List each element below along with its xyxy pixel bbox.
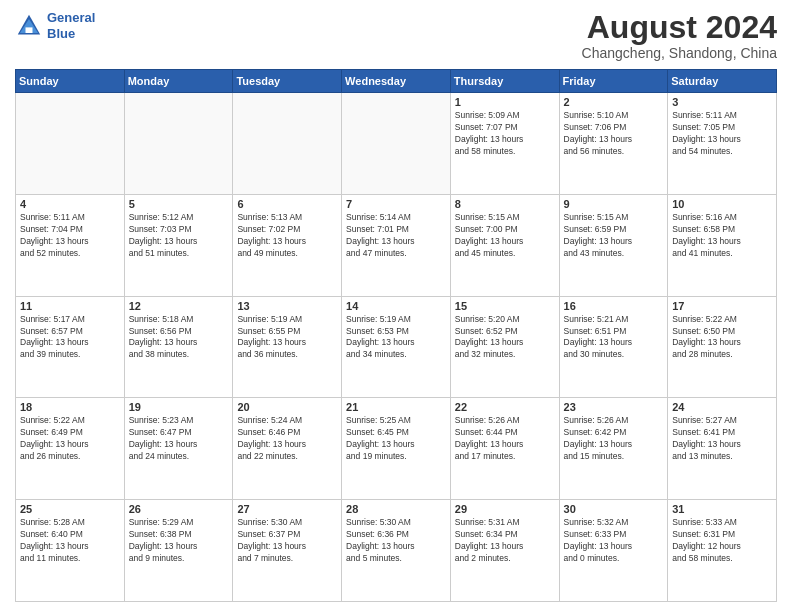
day-number: 20 — [237, 401, 337, 413]
week-row-0: 1Sunrise: 5:09 AM Sunset: 7:07 PM Daylig… — [16, 93, 777, 195]
day-detail: Sunrise: 5:32 AM Sunset: 6:33 PM Dayligh… — [564, 517, 664, 565]
day-cell: 5Sunrise: 5:12 AM Sunset: 7:03 PM Daylig… — [124, 194, 233, 296]
day-number: 6 — [237, 198, 337, 210]
day-cell: 22Sunrise: 5:26 AM Sunset: 6:44 PM Dayli… — [450, 398, 559, 500]
logo-line1: General — [47, 10, 95, 25]
day-cell: 27Sunrise: 5:30 AM Sunset: 6:37 PM Dayli… — [233, 500, 342, 602]
day-cell: 29Sunrise: 5:31 AM Sunset: 6:34 PM Dayli… — [450, 500, 559, 602]
day-detail: Sunrise: 5:27 AM Sunset: 6:41 PM Dayligh… — [672, 415, 772, 463]
day-detail: Sunrise: 5:28 AM Sunset: 6:40 PM Dayligh… — [20, 517, 120, 565]
header: General Blue August 2024 Changcheng, Sha… — [15, 10, 777, 61]
day-cell — [124, 93, 233, 195]
day-cell: 12Sunrise: 5:18 AM Sunset: 6:56 PM Dayli… — [124, 296, 233, 398]
day-detail: Sunrise: 5:30 AM Sunset: 6:37 PM Dayligh… — [237, 517, 337, 565]
weekday-saturday: Saturday — [668, 70, 777, 93]
weekday-wednesday: Wednesday — [342, 70, 451, 93]
day-detail: Sunrise: 5:21 AM Sunset: 6:51 PM Dayligh… — [564, 314, 664, 362]
day-cell — [233, 93, 342, 195]
day-cell: 8Sunrise: 5:15 AM Sunset: 7:00 PM Daylig… — [450, 194, 559, 296]
day-cell: 4Sunrise: 5:11 AM Sunset: 7:04 PM Daylig… — [16, 194, 125, 296]
day-detail: Sunrise: 5:12 AM Sunset: 7:03 PM Dayligh… — [129, 212, 229, 260]
day-detail: Sunrise: 5:10 AM Sunset: 7:06 PM Dayligh… — [564, 110, 664, 158]
day-number: 24 — [672, 401, 772, 413]
day-detail: Sunrise: 5:20 AM Sunset: 6:52 PM Dayligh… — [455, 314, 555, 362]
subtitle: Changcheng, Shandong, China — [582, 45, 777, 61]
day-cell: 21Sunrise: 5:25 AM Sunset: 6:45 PM Dayli… — [342, 398, 451, 500]
day-detail: Sunrise: 5:15 AM Sunset: 7:00 PM Dayligh… — [455, 212, 555, 260]
day-number: 4 — [20, 198, 120, 210]
day-cell: 13Sunrise: 5:19 AM Sunset: 6:55 PM Dayli… — [233, 296, 342, 398]
calendar-header: SundayMondayTuesdayWednesdayThursdayFrid… — [16, 70, 777, 93]
day-number: 17 — [672, 300, 772, 312]
day-cell: 19Sunrise: 5:23 AM Sunset: 6:47 PM Dayli… — [124, 398, 233, 500]
day-cell: 1Sunrise: 5:09 AM Sunset: 7:07 PM Daylig… — [450, 93, 559, 195]
day-cell: 23Sunrise: 5:26 AM Sunset: 6:42 PM Dayli… — [559, 398, 668, 500]
day-detail: Sunrise: 5:17 AM Sunset: 6:57 PM Dayligh… — [20, 314, 120, 362]
day-number: 13 — [237, 300, 337, 312]
day-detail: Sunrise: 5:30 AM Sunset: 6:36 PM Dayligh… — [346, 517, 446, 565]
day-cell: 14Sunrise: 5:19 AM Sunset: 6:53 PM Dayli… — [342, 296, 451, 398]
day-number: 25 — [20, 503, 120, 515]
day-number: 27 — [237, 503, 337, 515]
day-number: 23 — [564, 401, 664, 413]
day-number: 11 — [20, 300, 120, 312]
logo: General Blue — [15, 10, 95, 41]
logo-line2: Blue — [47, 26, 75, 41]
day-cell: 7Sunrise: 5:14 AM Sunset: 7:01 PM Daylig… — [342, 194, 451, 296]
day-number: 7 — [346, 198, 446, 210]
svg-rect-2 — [26, 27, 33, 33]
day-detail: Sunrise: 5:24 AM Sunset: 6:46 PM Dayligh… — [237, 415, 337, 463]
day-detail: Sunrise: 5:18 AM Sunset: 6:56 PM Dayligh… — [129, 314, 229, 362]
day-number: 30 — [564, 503, 664, 515]
logo-text: General Blue — [47, 10, 95, 41]
day-cell: 16Sunrise: 5:21 AM Sunset: 6:51 PM Dayli… — [559, 296, 668, 398]
calendar-table: SundayMondayTuesdayWednesdayThursdayFrid… — [15, 69, 777, 602]
day-number: 12 — [129, 300, 229, 312]
day-cell: 20Sunrise: 5:24 AM Sunset: 6:46 PM Dayli… — [233, 398, 342, 500]
logo-icon — [15, 12, 43, 40]
day-cell: 3Sunrise: 5:11 AM Sunset: 7:05 PM Daylig… — [668, 93, 777, 195]
day-detail: Sunrise: 5:22 AM Sunset: 6:50 PM Dayligh… — [672, 314, 772, 362]
day-cell — [342, 93, 451, 195]
day-cell: 17Sunrise: 5:22 AM Sunset: 6:50 PM Dayli… — [668, 296, 777, 398]
day-cell: 9Sunrise: 5:15 AM Sunset: 6:59 PM Daylig… — [559, 194, 668, 296]
day-number: 3 — [672, 96, 772, 108]
day-detail: Sunrise: 5:13 AM Sunset: 7:02 PM Dayligh… — [237, 212, 337, 260]
day-detail: Sunrise: 5:22 AM Sunset: 6:49 PM Dayligh… — [20, 415, 120, 463]
day-number: 15 — [455, 300, 555, 312]
day-detail: Sunrise: 5:19 AM Sunset: 6:53 PM Dayligh… — [346, 314, 446, 362]
day-number: 16 — [564, 300, 664, 312]
day-cell: 15Sunrise: 5:20 AM Sunset: 6:52 PM Dayli… — [450, 296, 559, 398]
day-cell: 10Sunrise: 5:16 AM Sunset: 6:58 PM Dayli… — [668, 194, 777, 296]
day-cell: 11Sunrise: 5:17 AM Sunset: 6:57 PM Dayli… — [16, 296, 125, 398]
day-cell: 2Sunrise: 5:10 AM Sunset: 7:06 PM Daylig… — [559, 93, 668, 195]
day-number: 2 — [564, 96, 664, 108]
day-detail: Sunrise: 5:31 AM Sunset: 6:34 PM Dayligh… — [455, 517, 555, 565]
day-number: 8 — [455, 198, 555, 210]
day-detail: Sunrise: 5:26 AM Sunset: 6:42 PM Dayligh… — [564, 415, 664, 463]
day-number: 1 — [455, 96, 555, 108]
day-number: 28 — [346, 503, 446, 515]
day-number: 31 — [672, 503, 772, 515]
day-cell: 25Sunrise: 5:28 AM Sunset: 6:40 PM Dayli… — [16, 500, 125, 602]
week-row-3: 18Sunrise: 5:22 AM Sunset: 6:49 PM Dayli… — [16, 398, 777, 500]
day-detail: Sunrise: 5:11 AM Sunset: 7:05 PM Dayligh… — [672, 110, 772, 158]
day-number: 26 — [129, 503, 229, 515]
day-detail: Sunrise: 5:29 AM Sunset: 6:38 PM Dayligh… — [129, 517, 229, 565]
day-number: 21 — [346, 401, 446, 413]
day-number: 18 — [20, 401, 120, 413]
day-number: 14 — [346, 300, 446, 312]
day-detail: Sunrise: 5:11 AM Sunset: 7:04 PM Dayligh… — [20, 212, 120, 260]
day-number: 5 — [129, 198, 229, 210]
day-number: 29 — [455, 503, 555, 515]
week-row-2: 11Sunrise: 5:17 AM Sunset: 6:57 PM Dayli… — [16, 296, 777, 398]
weekday-row: SundayMondayTuesdayWednesdayThursdayFrid… — [16, 70, 777, 93]
day-detail: Sunrise: 5:15 AM Sunset: 6:59 PM Dayligh… — [564, 212, 664, 260]
day-number: 22 — [455, 401, 555, 413]
day-cell: 31Sunrise: 5:33 AM Sunset: 6:31 PM Dayli… — [668, 500, 777, 602]
day-number: 10 — [672, 198, 772, 210]
day-detail: Sunrise: 5:19 AM Sunset: 6:55 PM Dayligh… — [237, 314, 337, 362]
day-detail: Sunrise: 5:14 AM Sunset: 7:01 PM Dayligh… — [346, 212, 446, 260]
calendar-body: 1Sunrise: 5:09 AM Sunset: 7:07 PM Daylig… — [16, 93, 777, 602]
day-cell: 30Sunrise: 5:32 AM Sunset: 6:33 PM Dayli… — [559, 500, 668, 602]
